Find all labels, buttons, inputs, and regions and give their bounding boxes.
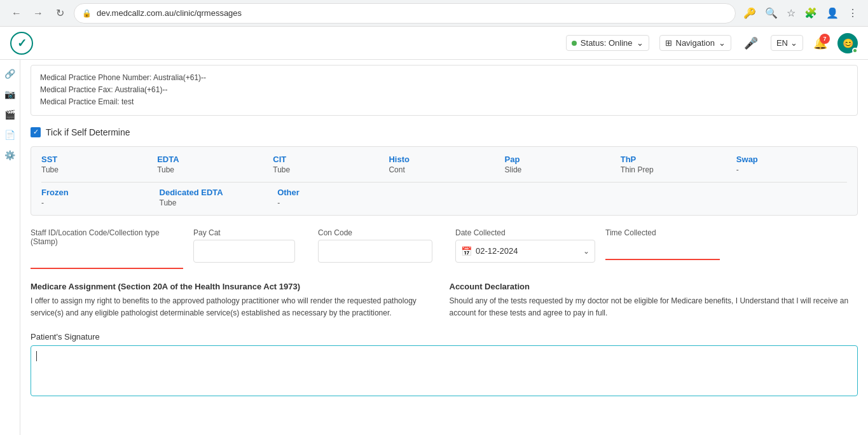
self-determine-label: Tick if Self Determine	[46, 127, 130, 137]
date-value: 02-12-2024	[476, 246, 579, 256]
sidebar-icon-settings[interactable]: ⚙️	[1, 146, 19, 164]
specimen-cit-label: CIT	[273, 155, 383, 164]
lang-label: EN	[776, 38, 788, 48]
time-input[interactable]	[605, 240, 720, 260]
specimen-sst-value: Tube	[41, 165, 152, 174]
sidebar-icon-camera[interactable]: 📷	[1, 85, 19, 103]
status-badge[interactable]: Status: Online ⌄	[566, 35, 649, 51]
signature-box[interactable]	[31, 345, 858, 396]
concode-label: Con Code	[318, 228, 445, 237]
specimen-pap-value: Slide	[505, 165, 616, 174]
stamp-field: Staff ID/Location Code/Collection type (…	[31, 228, 183, 269]
avatar[interactable]: 😊	[837, 33, 858, 53]
content-area: Medical Practice Phone Number: Australia…	[20, 60, 868, 435]
sidebar-icon-document[interactable]: 📄	[1, 126, 19, 144]
nav-chevron-icon: ⌄	[719, 38, 726, 48]
sidebar-icon-link[interactable]: 🔗	[1, 65, 19, 83]
time-field: Time Collected	[605, 228, 733, 260]
date-input-wrapper[interactable]: 📅 02-12-2024 ⌄	[455, 240, 595, 263]
status-dot	[572, 41, 577, 46]
lang-chevron-icon: ⌄	[790, 38, 797, 48]
microphone-button[interactable]: 🎤	[741, 34, 761, 53]
specimen-thp: ThP Thin Prep	[621, 155, 731, 174]
calendar-icon: 📅	[461, 246, 472, 256]
specimen-pap: Pap Slide	[505, 155, 616, 174]
specimen-dedicated-edta-label: Dedicated EDTA	[160, 188, 273, 197]
concode-input[interactable]	[318, 240, 432, 263]
specimen-histo-label: Histo	[389, 155, 499, 164]
forward-button[interactable]: →	[29, 4, 47, 22]
form-fields-row: Staff ID/Location Code/Collection type (…	[20, 223, 868, 274]
security-icon: 🔒	[82, 9, 92, 18]
specimen-swap: Swap -	[736, 155, 847, 174]
url-text: dev.medcallz.com.au/clinic/qrmessages	[97, 8, 727, 18]
specimen-cit: CIT Tube	[273, 155, 383, 174]
header-left: ✓	[10, 32, 33, 55]
paycat-input[interactable]	[193, 240, 295, 263]
app-logo[interactable]: ✓	[10, 32, 33, 55]
specimen-swap-label: Swap	[736, 155, 847, 164]
paycat-field: Pay Cat	[193, 228, 308, 263]
specimen-dedicated-edta-value: Tube	[160, 198, 273, 207]
specimen-dedicated-edta: Dedicated EDTA Tube	[160, 188, 273, 207]
language-button[interactable]: EN ⌄	[771, 35, 803, 51]
specimen-edta-value: Tube	[157, 165, 268, 174]
self-determine-row: ✓ Tick if Self Determine	[20, 121, 868, 144]
notification-button[interactable]: 🔔 7	[813, 36, 827, 50]
date-field: Date Collected 📅 02-12-2024 ⌄	[455, 228, 595, 263]
avatar-icon: 😊	[843, 38, 853, 48]
concode-field: Con Code	[318, 228, 445, 263]
specimen-divider	[41, 182, 847, 183]
logo-text: ✓	[17, 36, 27, 50]
stamp-label: Staff ID/Location Code/Collection type (…	[31, 228, 183, 246]
specimen-thp-value: Thin Prep	[621, 165, 731, 174]
specimen-edta: EDTA Tube	[157, 155, 268, 174]
account-declaration-text: Should any of the tests requested by my …	[450, 295, 858, 319]
address-bar[interactable]: 🔒 dev.medcallz.com.au/clinic/qrmessages	[74, 3, 736, 24]
signature-cursor	[36, 351, 37, 361]
top-info-box: Medical Practice Phone Number: Australia…	[31, 65, 858, 116]
date-label: Date Collected	[455, 228, 595, 237]
star-icon[interactable]: ☆	[784, 4, 798, 22]
specimen-histo-value: Cont	[389, 165, 499, 174]
refresh-button[interactable]: ↻	[51, 4, 69, 22]
status-label: Status: Online	[581, 38, 633, 48]
declarations-row: Medicare Assignment (Section 20A of the …	[20, 274, 868, 327]
specimen-sst: SST Tube	[41, 155, 152, 174]
medicare-text: I offer to assign my right to benefits t…	[31, 295, 439, 319]
grid-icon: ⊞	[665, 38, 672, 48]
navigation-button[interactable]: ⊞ Navigation ⌄	[659, 35, 731, 51]
search-icon[interactable]: 🔍	[762, 4, 780, 22]
extension-icon[interactable]: 🧩	[802, 4, 820, 22]
info-line3: Medical Practice Email: test	[40, 96, 848, 108]
specimen-histo: Histo Cont	[389, 155, 499, 174]
specimen-row-1: SST Tube EDTA Tube CIT Tube Histo Cont P…	[41, 155, 847, 174]
paycat-label: Pay Cat	[193, 228, 308, 237]
signature-label: Patient's Signature	[31, 332, 858, 342]
sidebar: 🔗 📷 🎬 📄 ⚙️	[0, 60, 20, 435]
specimen-edta-label: EDTA	[157, 155, 268, 164]
self-determine-checkbox[interactable]: ✓	[31, 127, 41, 137]
specimen-other: Other -	[277, 188, 390, 207]
menu-icon[interactable]: ⋮	[845, 4, 860, 22]
stamp-input[interactable]	[31, 249, 183, 269]
checkmark-icon: ✓	[33, 128, 39, 135]
account-declaration-block: Account Declaration Should any of the te…	[450, 282, 858, 319]
chrome-actions: 🔑 🔍 ☆ 🧩 👤 ⋮	[741, 4, 860, 22]
key-icon[interactable]: 🔑	[741, 4, 759, 22]
specimen-cit-value: Tube	[273, 165, 383, 174]
back-button[interactable]: ←	[8, 4, 25, 22]
profile-icon[interactable]: 👤	[823, 4, 841, 22]
header-right: Status: Online ⌄ ⊞ Navigation ⌄ 🎤 EN ⌄ 🔔…	[566, 33, 858, 53]
specimen-swap-value: -	[736, 165, 847, 174]
specimen-table: SST Tube EDTA Tube CIT Tube Histo Cont P…	[31, 146, 858, 216]
notification-badge: 7	[820, 34, 830, 44]
specimen-sst-label: SST	[41, 155, 152, 164]
browser-chrome: ← → ↻ 🔒 dev.medcallz.com.au/clinic/qrmes…	[0, 0, 868, 27]
specimen-thp-label: ThP	[621, 155, 731, 164]
specimen-pap-label: Pap	[505, 155, 616, 164]
medicare-block: Medicare Assignment (Section 20A of the …	[31, 282, 439, 319]
nav-label: Navigation	[676, 38, 715, 48]
medicare-title: Medicare Assignment (Section 20A of the …	[31, 282, 439, 291]
sidebar-icon-video[interactable]: 🎬	[1, 106, 19, 123]
